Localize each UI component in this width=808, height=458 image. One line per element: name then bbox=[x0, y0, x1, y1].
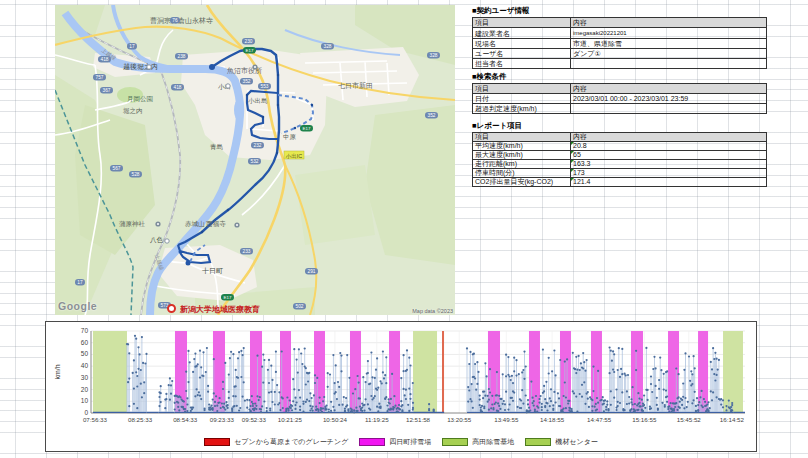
table-cell[interactable]: 20.8 bbox=[571, 142, 767, 151]
table-cell[interactable]: 項目 bbox=[473, 133, 571, 142]
legend-swatch bbox=[525, 438, 551, 446]
legend-item: 高田除雪基地 bbox=[442, 437, 514, 447]
route-shield-number: 328 bbox=[429, 53, 437, 58]
map-place-label: 八色 bbox=[150, 236, 164, 244]
table-cell[interactable]: 市道、県道除雪 bbox=[571, 39, 767, 49]
map-attribution: Map data ©2023 bbox=[412, 308, 453, 314]
table-cell[interactable]: 内容 bbox=[571, 84, 767, 94]
legend-label: 機材センター bbox=[555, 437, 598, 447]
x-tick-label: 09:23:33 bbox=[210, 416, 235, 423]
poi-pin-dot bbox=[254, 66, 256, 68]
ic-label: 小出IC bbox=[285, 153, 303, 159]
map-place-label: 小出島 bbox=[248, 97, 268, 104]
x-tick-label: 07:56:33 bbox=[83, 416, 108, 423]
legend-swatch bbox=[204, 438, 230, 446]
band-depot bbox=[723, 331, 743, 413]
table-cell[interactable]: 走行距離(km) bbox=[473, 160, 571, 169]
x-tick-label: 16:14:52 bbox=[720, 416, 745, 423]
table-cell[interactable]: 担当者名 bbox=[473, 59, 571, 69]
cell-flag-icon bbox=[571, 178, 574, 181]
x-tick-label: 08:25:33 bbox=[128, 416, 153, 423]
y-tick-label: 10 bbox=[81, 397, 89, 404]
table-cell[interactable]: 内容 bbox=[571, 18, 767, 28]
table-cell[interactable]: 最大速度(km/h) bbox=[473, 151, 571, 160]
table-cell[interactable]: ユーザ名 bbox=[473, 49, 571, 59]
table-cell[interactable]: 121.4 bbox=[571, 178, 767, 187]
y-tick-label: 50 bbox=[81, 350, 89, 357]
poi-pin-dot bbox=[236, 224, 238, 226]
route-shield-number: 17 bbox=[77, 280, 83, 285]
station-icon bbox=[147, 65, 151, 69]
table-cell[interactable]: CO2排出量目安(kg-CO2) bbox=[473, 178, 571, 187]
map-place-label: 青島 bbox=[210, 143, 223, 150]
map-place-label: 中原 bbox=[283, 133, 297, 140]
table-cell[interactable]: 建設業者名 bbox=[473, 28, 571, 39]
table-cell[interactable] bbox=[571, 59, 767, 69]
table-cell[interactable]: 停車時間(分) bbox=[473, 169, 571, 178]
table-title: ■レポート項目 bbox=[472, 121, 760, 130]
x-tick-label: 13:49:55 bbox=[494, 416, 519, 423]
cell-flag-icon bbox=[571, 169, 574, 172]
route-shield-number: E17 bbox=[246, 48, 254, 53]
x-tick-label: 12:51:58 bbox=[406, 416, 431, 423]
route-shield-number: 532 bbox=[250, 159, 258, 164]
route-shield-number: 233 bbox=[242, 249, 250, 254]
legend-label: セブンから葛原までのグレーチング bbox=[234, 437, 348, 447]
table-cell[interactable]: 現場名 bbox=[473, 39, 571, 49]
table-cell[interactable]: 173 bbox=[571, 169, 767, 178]
x-tick-label: 10:50:24 bbox=[323, 416, 348, 423]
table-cell[interactable]: imegasaki20221201 bbox=[571, 28, 767, 39]
legend-swatch bbox=[442, 438, 468, 446]
chart-legend: セブンから葛原までのグレーチング四日町排雪場高田除雪基地機材センター bbox=[46, 436, 756, 448]
route-shield-number: 757 bbox=[95, 75, 103, 80]
route-shield-number: 291 bbox=[307, 269, 315, 274]
route-shield-number: 418 bbox=[100, 57, 108, 62]
route-shield-number: E17 bbox=[224, 295, 232, 300]
route-shield-number: 76 bbox=[172, 18, 178, 23]
table-cell[interactable]: 項目 bbox=[473, 84, 571, 94]
band-depot bbox=[93, 331, 127, 413]
table-cell[interactable]: ダンプ① bbox=[571, 49, 767, 59]
station-icon bbox=[226, 84, 230, 88]
y-tick-label: 0 bbox=[84, 409, 88, 416]
route-shield-number: 352 bbox=[242, 79, 250, 84]
route-shield-number: 367 bbox=[102, 88, 110, 93]
poi-pin-dot bbox=[157, 223, 159, 225]
route-shield-number: E17 bbox=[303, 126, 311, 131]
cell-flag-icon bbox=[571, 160, 574, 163]
cell-flag-icon bbox=[571, 142, 574, 145]
info-table: 項目内容日付2023/03/01 00:00 - 2023/03/01 23:5… bbox=[472, 83, 767, 114]
legend-label: 四日町排雪場 bbox=[389, 437, 431, 447]
map-canvas: 曹洞宗針倉山永林寺越後堀之内月岡公園堀之内魚沼市役所小出小出島七日市新田中原青島… bbox=[55, 5, 455, 315]
legend-label: 高田除雪基地 bbox=[472, 437, 514, 447]
table-cell[interactable]: 2023/03/01 00:00 - 2023/03/01 23:59 bbox=[571, 94, 767, 104]
x-tick-label: 15:45:52 bbox=[677, 416, 702, 423]
google-logo[interactable]: Google bbox=[58, 300, 97, 312]
route-shield-number: 230 bbox=[244, 39, 252, 44]
route-shield-number: 352 bbox=[427, 113, 435, 118]
map-panel[interactable]: 曹洞宗針倉山永林寺越後堀之内月岡公園堀之内魚沼市役所小出小出島七日市新田中原青島… bbox=[55, 5, 455, 315]
poi-red-label[interactable]: 新潟大学地域医療教育 bbox=[180, 304, 260, 315]
table-cell[interactable]: 超過判定速度(km/h) bbox=[473, 104, 571, 114]
table-title: ■検索条件 bbox=[472, 72, 760, 81]
band-grating bbox=[442, 331, 444, 413]
table-cell[interactable]: 163.3 bbox=[571, 160, 767, 169]
legend-item: 四日町排雪場 bbox=[359, 437, 431, 447]
x-tick-label: 14:18:55 bbox=[540, 416, 565, 423]
table-cell[interactable]: 平均速度(km/h) bbox=[473, 142, 571, 151]
info-table: 項目内容平均速度(km/h)20.8最大速度(km/h)65走行距離(km)16… bbox=[472, 132, 767, 187]
map-place-label: 赤城山 西福寺 bbox=[185, 220, 226, 228]
table-cell[interactable]: 65 bbox=[571, 151, 767, 160]
table-cell[interactable]: 項目 bbox=[473, 18, 571, 28]
map-place-label: 堀之内 bbox=[122, 107, 143, 115]
table-cell[interactable] bbox=[571, 104, 767, 114]
legend-item: セブンから葛原までのグレーチング bbox=[204, 437, 348, 447]
map-place-label: 蒲原神社 bbox=[119, 220, 146, 228]
poi-marker-icon[interactable] bbox=[167, 304, 176, 313]
table-cell[interactable]: 内容 bbox=[571, 133, 767, 142]
route-shield-number: 528 bbox=[131, 172, 139, 177]
x-tick-label: 15:16:55 bbox=[632, 416, 657, 423]
route-shield-number: 553 bbox=[260, 84, 268, 89]
table-cell[interactable]: 日付 bbox=[473, 94, 571, 104]
band-depot bbox=[413, 331, 437, 413]
